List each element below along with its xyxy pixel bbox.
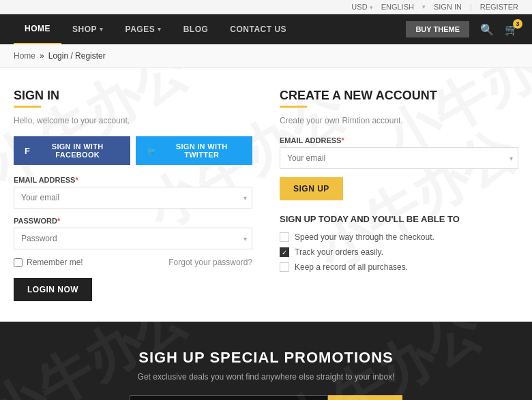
topbar-signin-link[interactable]: SIGN IN — [434, 3, 462, 11]
facebook-signin-button[interactable]: f SIGN IN WITH FACEBOOK — [14, 136, 130, 165]
nav-blog[interactable]: BLOG — [173, 15, 220, 44]
email-label: EMAIL ADDRESS* — [14, 176, 252, 184]
breadcrumb-home[interactable]: Home — [14, 51, 35, 61]
buy-theme-button[interactable]: BUY THEME — [406, 21, 469, 37]
password-input[interactable] — [14, 228, 252, 249]
pages-arrow: ▾ — [158, 26, 162, 33]
password-label: PASSWORD* — [14, 217, 252, 225]
main-nav: HOME SHOP ▾ PAGES ▾ BLOG CONTACT US BUY … — [0, 14, 532, 44]
cart-icon-wrapper[interactable]: 🛒 3 — [505, 23, 518, 36]
breadcrumb: Home » Login / Register — [0, 44, 532, 68]
currency-selector[interactable]: USD ▾ — [351, 3, 372, 11]
promo-form: SUBCRIBLE — [130, 395, 402, 400]
breadcrumb-current: Login / Register — [48, 51, 106, 61]
benefit-item-1: ✓ Track your orders easily. — [280, 247, 518, 257]
register-email-group: EMAIL ADDRESS* ▾ — [280, 136, 518, 169]
register-underline — [280, 106, 307, 108]
register-subtitle: Create your own Rimtion account. — [280, 116, 518, 125]
benefit-checkbox-1: ✓ — [280, 247, 289, 257]
facebook-icon: f — [25, 146, 30, 156]
language-selector[interactable]: ENGLISH — [381, 3, 414, 11]
email-form-group: EMAIL ADDRESS* ▾ — [14, 176, 252, 209]
main-content: 小牛办公 小牛办公 小牛办公 小牛办公 SIGN IN Hello, welco… — [0, 68, 532, 322]
nav-right: BUY THEME 🔍 🛒 3 — [406, 20, 518, 39]
signup-button[interactable]: SIGN UP — [280, 177, 343, 200]
topbar-register-link[interactable]: REGISTER — [480, 3, 518, 11]
nav-pages[interactable]: PAGES ▾ — [115, 15, 173, 44]
promo-subtitle: Get exclusive deals you wont find anywhe… — [14, 372, 518, 382]
benefit-checkbox-2 — [280, 262, 289, 272]
register-email-label: EMAIL ADDRESS* — [280, 136, 518, 144]
twitter-signin-button[interactable]: 🐦 SIGN IN WITH TWITTER — [136, 136, 252, 165]
nav-links: HOME SHOP ▾ PAGES ▾ BLOG CONTACT US — [14, 14, 297, 44]
signin-subtitle: Hello, welcome to your account. — [14, 116, 252, 125]
register-email-arrow-icon: ▾ — [509, 155, 513, 162]
email-arrow-icon: ▾ — [243, 194, 247, 202]
benefits-title: SIGN UP TODAY AND YOU'LL BE ABLE TO — [280, 214, 518, 224]
breadcrumb-sep1: » — [40, 51, 44, 61]
password-input-wrapper: ▾ — [14, 228, 252, 249]
remember-row: Remember me! Forgot your password? — [14, 258, 252, 267]
password-arrow-icon: ▾ — [243, 235, 247, 243]
remember-me-label[interactable]: Remember me! — [14, 258, 83, 267]
forgot-password-link[interactable]: Forgot your password? — [168, 258, 252, 267]
nav-home[interactable]: HOME — [14, 14, 61, 44]
promo-title: SIGH UP SPECIAL PROMOTIONS — [14, 349, 518, 367]
benefit-item-0: Speed your way through the checkout. — [280, 232, 518, 242]
nav-shop[interactable]: SHOP ▾ — [61, 15, 115, 44]
social-buttons: f SIGN IN WITH FACEBOOK 🐦 SIGN IN WITH T… — [14, 136, 252, 165]
register-section: CREATE A NEW ACCOUNT Create your own Rim… — [280, 89, 518, 301]
signin-title: SIGN IN — [14, 89, 252, 103]
shop-arrow: ▾ — [100, 26, 104, 33]
top-bar: USD ▾ ENGLISH ▾ SIGN IN | REGISTER — [0, 0, 532, 14]
email-input-wrapper: ▾ — [14, 187, 252, 209]
email-input[interactable] — [14, 187, 252, 209]
subscribe-button[interactable]: SUBCRIBLE — [328, 395, 402, 400]
signin-underline — [14, 106, 41, 108]
register-title: CREATE A NEW ACCOUNT — [280, 89, 518, 103]
password-form-group: PASSWORD* ▾ — [14, 217, 252, 249]
benefit-checkbox-0 — [280, 232, 289, 242]
search-icon[interactable]: 🔍 — [477, 20, 497, 39]
benefit-item-2: Keep a record of all purchases. — [280, 262, 518, 272]
register-email-input[interactable] — [280, 147, 518, 169]
twitter-icon: 🐦 — [147, 147, 156, 155]
login-button[interactable]: LOGIN NOW — [14, 278, 92, 301]
cart-badge: 3 — [513, 19, 522, 29]
register-email-wrapper: ▾ — [280, 147, 518, 169]
promo-section: 小牛办公 小牛办公 SIGH UP SPECIAL PROMOTIONS Get… — [0, 322, 532, 400]
nav-contact[interactable]: CONTACT US — [219, 15, 297, 44]
remember-checkbox[interactable] — [14, 258, 23, 267]
promo-email-input[interactable] — [130, 395, 328, 400]
signin-section: SIGN IN Hello, welcome to your account. … — [14, 89, 252, 301]
